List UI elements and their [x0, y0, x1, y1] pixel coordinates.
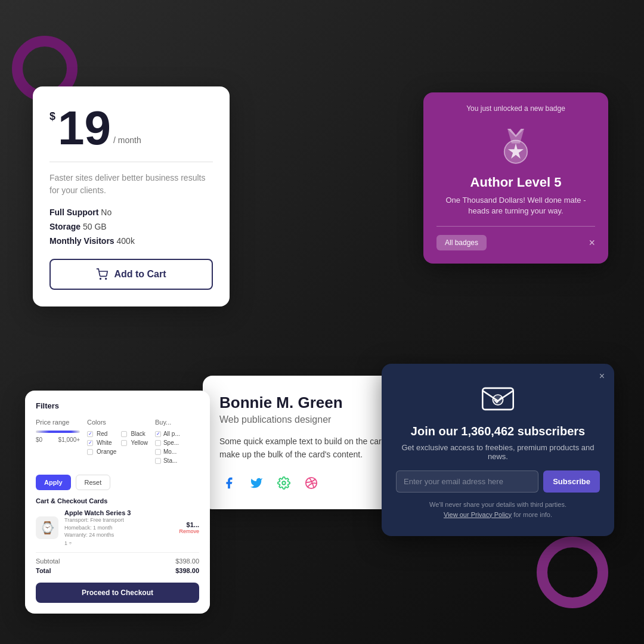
- add-to-cart-label: Add to Cart: [114, 269, 166, 280]
- price-range-label: Price range: [36, 419, 80, 426]
- badge-description: One Thousand Dollars! Well done mate - h…: [436, 195, 595, 216]
- color-orange[interactable]: Orange: [87, 448, 116, 455]
- buying-label: Buy...: [155, 419, 199, 426]
- apply-button[interactable]: Apply: [36, 475, 71, 490]
- subtotal-value: $398.00: [175, 558, 199, 565]
- price-range-values: $0 $1,000+: [36, 436, 80, 443]
- color-yellow-checkbox[interactable]: [121, 440, 127, 446]
- color-white-checkbox[interactable]: [87, 440, 93, 446]
- cart-item-name: Apple Watch Series 3: [64, 509, 173, 516]
- newsletter-card: × Join our 1,360,462 subscribers Get exc…: [382, 364, 614, 536]
- currency-symbol: $: [49, 110, 55, 123]
- cart-item-price: $1...: [179, 521, 199, 528]
- total-label: Total: [36, 567, 51, 574]
- newsletter-title: Join our 1,360,462 subscribers: [396, 425, 600, 438]
- settings-icon[interactable]: [274, 473, 293, 493]
- checkout-button[interactable]: Proceed to Checkout: [36, 583, 199, 603]
- newsletter-description: Get exclusive access to freebies, premiu…: [396, 443, 600, 461]
- email-input[interactable]: [396, 470, 538, 493]
- cart-item-price-area: $1... Remove: [179, 521, 199, 534]
- cart-item-qty: 1 ÷: [64, 540, 173, 546]
- color-yellow[interactable]: Yellow: [121, 439, 148, 446]
- price-min: $0: [36, 436, 42, 443]
- feature-full-support: Full Support No: [49, 208, 213, 217]
- subscribe-button[interactable]: Subscribe: [543, 470, 600, 493]
- badge-card: You just unlocked a new badge Author Lev…: [423, 92, 608, 264]
- color-black-checkbox[interactable]: [121, 431, 127, 437]
- color-white[interactable]: White: [87, 439, 116, 446]
- svg-point-6: [282, 481, 286, 485]
- buying-option-4[interactable]: Sta...: [155, 457, 199, 464]
- reset-button[interactable]: Reset: [76, 475, 111, 490]
- buying-option-3[interactable]: Mo...: [155, 448, 199, 455]
- all-badges-button[interactable]: All badges: [436, 235, 487, 250]
- privacy-link[interactable]: View our Privacy Policy: [444, 511, 512, 518]
- color-red-checkbox[interactable]: [87, 431, 93, 437]
- svg-point-1: [106, 278, 107, 280]
- cart-item-details: Apple Watch Series 3 Transport: Free tra…: [64, 509, 173, 546]
- color-orange-checkbox[interactable]: [87, 449, 93, 455]
- filter-buttons-row: Apply Reset: [36, 475, 199, 490]
- add-to-cart-button[interactable]: Add to Cart: [49, 259, 213, 290]
- decorative-circle-bottom-right: [537, 537, 608, 608]
- total-value: $398.00: [175, 567, 199, 574]
- color-black[interactable]: Black: [121, 431, 148, 437]
- filter-row: Price range $0 $1,000+ Colors Red White: [36, 419, 199, 466]
- badge-close-button[interactable]: ×: [589, 237, 595, 249]
- dribbble-icon[interactable]: [302, 473, 321, 493]
- subtotal-row: Subtotal $398.00: [36, 558, 199, 565]
- cart-icon: [96, 268, 108, 280]
- facebook-icon[interactable]: [219, 473, 239, 493]
- newsletter-close-button[interactable]: ×: [599, 371, 605, 382]
- cart-item-features: Transport: Free transport Homeback: 1 mo…: [64, 516, 173, 539]
- filters-title: Filters: [36, 401, 199, 410]
- twitter-icon[interactable]: [247, 473, 266, 493]
- price-range-track: [36, 431, 80, 433]
- email-input-row: Subscribe: [396, 470, 600, 493]
- feature-monthly-visitors: Monthly Visitors 400k: [49, 236, 213, 246]
- privacy-text: We'll never share your details with thir…: [396, 500, 600, 519]
- remove-item-link[interactable]: Remove: [179, 528, 199, 534]
- color-red[interactable]: Red: [87, 431, 116, 437]
- filters-card: Filters Price range $0 $1,000+ Colors Re…: [25, 391, 210, 614]
- badge-divider: [436, 226, 595, 227]
- price-period: / month: [113, 135, 141, 145]
- medal-icon-container: [436, 125, 595, 166]
- medal-icon: [495, 125, 537, 166]
- envelope-icon-container: [396, 380, 600, 416]
- envelope-icon: [480, 380, 516, 416]
- colors-label: Colors: [87, 419, 148, 426]
- price-range-col: Price range $0 $1,000+: [36, 419, 80, 466]
- price-max: $1,000+: [58, 436, 80, 443]
- color-options-right: Black Yellow: [121, 431, 148, 455]
- buying-option-1[interactable]: All p...: [155, 431, 199, 437]
- svg-point-0: [100, 278, 101, 280]
- svg-point-9: [493, 395, 503, 405]
- cart-item-row: ⌚ Apple Watch Series 3 Transport: Free t…: [36, 509, 199, 546]
- cart-section-title: Cart & Checkout Cards: [36, 497, 199, 504]
- price-amount: 19: [58, 104, 111, 152]
- divider: [49, 162, 213, 162]
- badge-title: Author Level 5: [436, 175, 595, 190]
- badge-subtitle: You just unlocked a new badge: [436, 104, 595, 113]
- watch-image: ⌚: [36, 516, 58, 539]
- cart-totals: Subtotal $398.00 Total $398.00: [36, 552, 199, 574]
- color-options-left: Red White Orange: [87, 431, 116, 455]
- badge-footer: All badges ×: [436, 235, 595, 250]
- buying-col: Buy... All p... Spe... Mo... Sta...: [155, 419, 199, 466]
- feature-storage: Storage 50 GB: [49, 222, 213, 231]
- subtotal-label: Subtotal: [36, 558, 60, 565]
- price-description: Faster sites deliver better business res…: [49, 172, 213, 197]
- price-area: $ 19 / month: [49, 104, 213, 152]
- buying-option-2[interactable]: Spe...: [155, 439, 199, 446]
- pricing-card: $ 19 / month Faster sites deliver better…: [33, 86, 230, 306]
- total-row: Total $398.00: [36, 567, 199, 574]
- colors-col: Colors Red White Orange: [87, 419, 148, 466]
